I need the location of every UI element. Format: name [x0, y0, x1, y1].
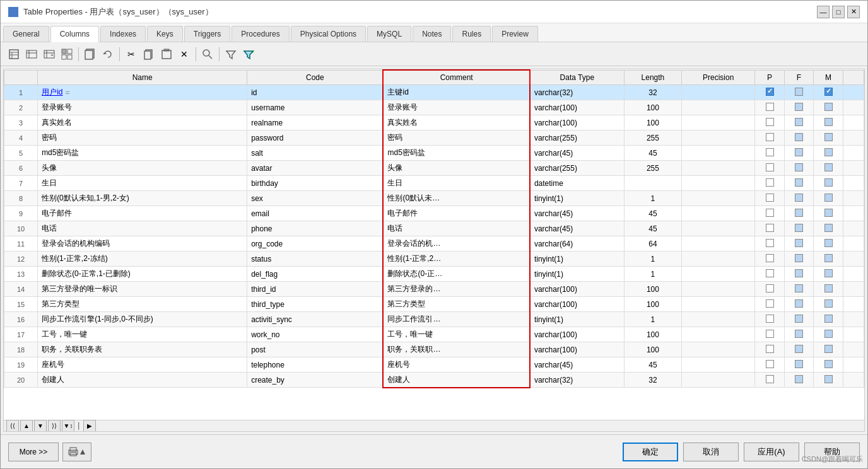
- toolbar-btn-delete[interactable]: ✕: [176, 46, 192, 62]
- cell-length[interactable]: 64: [624, 236, 681, 252]
- cell-m[interactable]: [814, 282, 843, 297]
- cell-m[interactable]: [814, 373, 843, 388]
- toolbar-btn-filter[interactable]: [223, 46, 239, 62]
- tab-indexes[interactable]: Indexes: [100, 26, 146, 42]
- cell-m[interactable]: [814, 221, 843, 236]
- cell-f[interactable]: [784, 100, 813, 115]
- cell-p[interactable]: [755, 236, 784, 252]
- cell-f[interactable]: [784, 267, 813, 282]
- cell-name[interactable]: 工号，唯一键: [38, 327, 247, 342]
- cell-datatype[interactable]: varchar(45): [530, 221, 624, 236]
- cell-name[interactable]: 头像: [38, 161, 247, 176]
- cell-p[interactable]: [755, 357, 784, 373]
- cell-datatype[interactable]: varchar(255): [530, 161, 624, 176]
- cell-comment[interactable]: 生日: [383, 176, 529, 191]
- cell-m[interactable]: [814, 115, 843, 130]
- nav-right[interactable]: ▶: [83, 420, 96, 432]
- cell-name[interactable]: 职务，关联职务表: [38, 342, 247, 357]
- toolbar-btn-copy[interactable]: [141, 46, 157, 62]
- cell-precision[interactable]: [682, 115, 755, 130]
- cell-comment[interactable]: 登录会话的机…: [383, 236, 529, 252]
- cell-length[interactable]: 100: [624, 327, 681, 342]
- cell-code[interactable]: username: [247, 100, 384, 115]
- cell-p[interactable]: [755, 327, 784, 342]
- cell-m[interactable]: [814, 342, 843, 357]
- toolbar-btn-properties[interactable]: [6, 46, 22, 62]
- cell-datatype[interactable]: varchar(64): [530, 236, 624, 252]
- cell-code[interactable]: del_flag: [247, 267, 384, 282]
- table-container[interactable]: Name Code Comment Data Type Length Preci…: [4, 69, 864, 420]
- tab-columns[interactable]: Columns: [50, 26, 99, 42]
- cell-precision[interactable]: [682, 146, 755, 161]
- cell-comment[interactable]: 同步工作流引…: [383, 312, 529, 327]
- tab-notes[interactable]: Notes: [413, 26, 451, 42]
- cell-p[interactable]: [755, 100, 784, 115]
- nav-down[interactable]: ▼: [34, 420, 47, 432]
- cell-datatype[interactable]: tinyint(1): [530, 191, 624, 206]
- cell-length[interactable]: 255: [624, 161, 681, 176]
- cell-p[interactable]: [755, 191, 784, 206]
- cell-datatype[interactable]: varchar(100): [530, 115, 624, 130]
- cell-name[interactable]: 电话: [38, 221, 247, 236]
- toolbar-btn-grid[interactable]: [59, 46, 75, 62]
- cell-comment[interactable]: 电子邮件: [383, 206, 529, 221]
- cell-length[interactable]: 100: [624, 100, 681, 115]
- cell-comment[interactable]: md5密码盐: [383, 146, 529, 161]
- table-row[interactable]: 9电子邮件email电子邮件varchar(45)45: [4, 206, 864, 221]
- cell-precision[interactable]: [682, 191, 755, 206]
- cell-p[interactable]: [755, 252, 784, 267]
- cell-precision[interactable]: [682, 221, 755, 236]
- cell-length[interactable]: 1: [624, 252, 681, 267]
- tab-preview[interactable]: Preview: [492, 26, 538, 42]
- nav-last[interactable]: ⟩⟩: [48, 420, 61, 432]
- cell-name[interactable]: 性别(1-正常,2-冻结): [38, 252, 247, 267]
- cell-precision[interactable]: [682, 297, 755, 312]
- cell-precision[interactable]: [682, 85, 755, 100]
- cell-m[interactable]: [814, 357, 843, 373]
- cell-name[interactable]: 创建人: [38, 373, 247, 388]
- cell-f[interactable]: [784, 282, 813, 297]
- cell-code[interactable]: password: [247, 130, 384, 146]
- cell-comment[interactable]: 性别(0默认未…: [383, 191, 529, 206]
- cell-f[interactable]: [784, 191, 813, 206]
- cell-f[interactable]: [784, 297, 813, 312]
- cell-f[interactable]: [784, 130, 813, 146]
- cell-p[interactable]: [755, 85, 784, 100]
- confirm-button[interactable]: 确定: [623, 443, 678, 461]
- cell-code[interactable]: third_type: [247, 297, 384, 312]
- cell-comment[interactable]: 座机号: [383, 357, 529, 373]
- toolbar-btn-cut[interactable]: ✂: [123, 46, 139, 62]
- cell-f[interactable]: [784, 327, 813, 342]
- nav-sort[interactable]: ▼↕: [62, 420, 74, 432]
- cell-datatype[interactable]: varchar(45): [530, 206, 624, 221]
- cell-p[interactable]: [755, 373, 784, 388]
- table-row[interactable]: 13删除状态(0-正常,1-已删除)del_flag删除状态(0-正…tinyi…: [4, 267, 864, 282]
- cell-code[interactable]: email: [247, 206, 384, 221]
- table-row[interactable]: 14第三方登录的唯一标识third_id第三方登录的…varchar(100)1…: [4, 282, 864, 297]
- cell-name[interactable]: 生日: [38, 176, 247, 191]
- toolbar-btn-filter-active[interactable]: ✓: [240, 46, 257, 62]
- cell-code[interactable]: avatar: [247, 161, 384, 176]
- table-row[interactable]: 8性别(0默认未知,1-男,2-女)sex性别(0默认未…tinyint(1)1: [4, 191, 864, 206]
- cell-m[interactable]: [814, 130, 843, 146]
- tab-rules[interactable]: Rules: [452, 26, 491, 42]
- cell-comment[interactable]: 主键id: [383, 85, 529, 100]
- cell-precision[interactable]: [682, 312, 755, 327]
- cell-length[interactable]: 100: [624, 115, 681, 130]
- cell-name[interactable]: md5密码盐: [38, 146, 247, 161]
- cell-code[interactable]: phone: [247, 221, 384, 236]
- cell-m[interactable]: [814, 100, 843, 115]
- table-row[interactable]: 18职务，关联职务表post职务，关联职…varchar(100)100: [4, 342, 864, 357]
- toolbar-btn-insert[interactable]: [23, 46, 40, 62]
- cell-length[interactable]: [624, 176, 681, 191]
- cell-datatype[interactable]: varchar(45): [530, 357, 624, 373]
- cell-f[interactable]: [784, 342, 813, 357]
- table-row[interactable]: 2登录账号username登录账号varchar(100)100: [4, 100, 864, 115]
- cell-name[interactable]: 第三方类型: [38, 297, 247, 312]
- cell-length[interactable]: 1: [624, 267, 681, 282]
- cell-length[interactable]: 32: [624, 85, 681, 100]
- cell-precision[interactable]: [682, 327, 755, 342]
- cell-code[interactable]: work_no: [247, 327, 384, 342]
- cell-length[interactable]: 45: [624, 146, 681, 161]
- cancel-button[interactable]: 取消: [683, 443, 739, 461]
